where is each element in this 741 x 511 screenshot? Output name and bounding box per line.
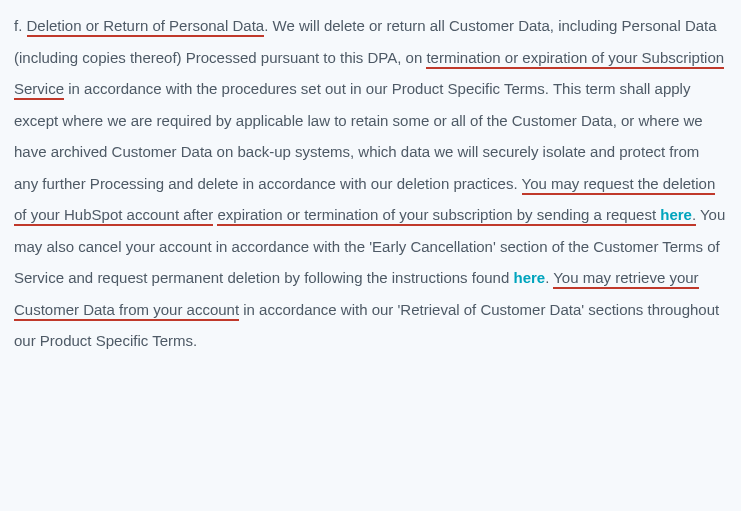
phrase-request-deletion-line2: expiration or termination of your subscr… (217, 206, 696, 226)
dpa-clause-f: f. Deletion or Return of Personal Data. … (14, 10, 727, 357)
phrase-request-deletion-text: expiration or termination of your subscr… (217, 206, 660, 223)
link-instructions-here[interactable]: here (513, 269, 545, 286)
heading-deletion-return: Deletion or Return of Personal Data (27, 17, 265, 37)
link-request-deletion-here[interactable]: here (660, 206, 692, 223)
clause-letter: f. (14, 17, 27, 34)
